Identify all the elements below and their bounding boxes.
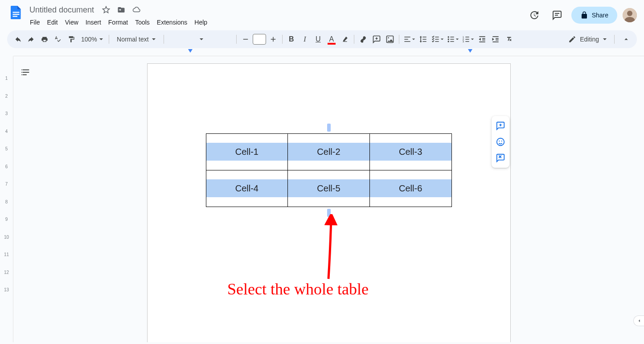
table-cell[interactable]: Cell-6 [369, 170, 451, 207]
svg-point-10 [21, 70, 22, 70]
table-cell[interactable]: Cell-4 [206, 170, 288, 207]
decrease-indent-button[interactable] [476, 33, 488, 46]
menu-file[interactable]: File [27, 17, 43, 28]
move-icon[interactable] [115, 4, 127, 16]
redo-button[interactable] [25, 33, 37, 46]
font-size-input[interactable] [253, 34, 266, 45]
decrease-font-size-button[interactable] [239, 33, 252, 46]
table-cell[interactable]: Cell-2 [288, 134, 370, 170]
menu-insert[interactable]: Insert [82, 17, 104, 28]
emoji-reaction-button[interactable] [493, 135, 508, 149]
show-side-panel-button[interactable] [633, 315, 644, 326]
star-icon[interactable] [100, 4, 112, 16]
comments-icon[interactable] [548, 6, 566, 24]
table-row[interactable]: Cell-4 Cell-5 Cell-6 [206, 170, 451, 207]
chevron-down-icon [440, 37, 444, 41]
document-table[interactable]: Cell-1 Cell-2 Cell-3 Cell-4 Cell-5 Cell-… [206, 133, 452, 207]
right-indent-marker[interactable] [468, 49, 472, 53]
add-comment-button[interactable] [370, 33, 383, 46]
share-button[interactable]: Share [571, 7, 617, 24]
increase-font-size-button[interactable] [267, 33, 279, 46]
svg-point-6 [447, 41, 449, 42]
svg-point-1 [627, 11, 632, 16]
suggest-edits-button[interactable] [493, 151, 508, 165]
table-cell[interactable]: Cell-5 [288, 170, 370, 207]
italic-button[interactable]: I [299, 33, 311, 46]
svg-point-4 [447, 36, 449, 37]
clear-formatting-button[interactable] [503, 33, 515, 46]
print-button[interactable] [38, 33, 51, 46]
menu-extensions[interactable]: Extensions [154, 17, 190, 28]
text-color-button[interactable]: A [325, 33, 338, 46]
toolbar: 100% Normal text B I U A 123 Editing [7, 30, 637, 48]
table-cell[interactable]: Cell-1 [206, 134, 288, 170]
svg-point-13 [497, 138, 505, 146]
svg-point-12 [21, 75, 22, 75]
insert-link-button[interactable] [357, 33, 369, 46]
increase-indent-button[interactable] [489, 33, 502, 46]
numbered-list-button[interactable]: 123 [461, 33, 475, 46]
toolbar-container: 100% Normal text B I U A 123 Editing [0, 30, 644, 48]
svg-point-14 [499, 141, 500, 141]
vertical-ruler[interactable]: 12345678910111213 [0, 56, 13, 342]
menu-help[interactable]: Help [191, 17, 210, 28]
table-drag-handle-top[interactable] [327, 124, 331, 132]
align-button[interactable] [402, 33, 416, 46]
editing-mode-button[interactable]: Editing [564, 33, 611, 46]
document-canvas[interactable]: Cell-1 Cell-2 Cell-3 Cell-4 Cell-5 Cell-… [13, 56, 644, 342]
cloud-status-icon[interactable] [131, 4, 142, 16]
paint-format-button[interactable] [65, 33, 78, 46]
menu-tools[interactable]: Tools [132, 17, 153, 28]
chevron-down-icon [412, 37, 415, 41]
document-page[interactable]: Cell-1 Cell-2 Cell-3 Cell-4 Cell-5 Cell-… [147, 63, 511, 342]
checklist-button[interactable] [431, 33, 445, 46]
pencil-icon [568, 35, 576, 43]
svg-point-15 [501, 141, 502, 141]
contextual-toolbar [492, 116, 509, 168]
docs-logo[interactable] [7, 4, 25, 21]
menu-bar: File Edit View Insert Format Tools Exten… [27, 16, 525, 29]
zoom-selector[interactable]: 100% [78, 33, 106, 46]
show-outline-button[interactable] [19, 65, 33, 79]
svg-point-11 [21, 72, 22, 73]
menu-view[interactable]: View [62, 17, 82, 28]
document-title[interactable]: Untitled document [27, 4, 97, 16]
font-selector[interactable] [167, 33, 234, 46]
chevron-down-icon [603, 37, 607, 41]
share-label: Share [592, 12, 608, 19]
chevron-down-icon [152, 37, 156, 41]
title-area: Untitled document File Edit View Insert … [27, 4, 525, 29]
highlight-color-button[interactable] [339, 33, 351, 46]
bold-button[interactable]: B [285, 33, 298, 46]
paragraph-style-selector[interactable]: Normal text [112, 33, 161, 46]
annotation-arrow [322, 214, 340, 281]
underline-button[interactable]: U [312, 33, 324, 46]
chevron-down-icon [99, 37, 103, 41]
header-right: Share [525, 4, 637, 24]
account-avatar[interactable] [623, 8, 637, 22]
table-row[interactable]: Cell-1 Cell-2 Cell-3 [206, 134, 451, 170]
line-spacing-button[interactable] [417, 33, 430, 46]
lock-icon [580, 11, 588, 19]
chevron-down-icon [455, 37, 459, 41]
svg-point-3 [388, 37, 389, 38]
insert-image-button[interactable] [384, 33, 396, 46]
collapse-toolbar-button[interactable] [620, 33, 632, 46]
history-icon[interactable] [525, 6, 543, 24]
spellcheck-button[interactable] [52, 33, 64, 46]
menu-format[interactable]: Format [105, 17, 131, 28]
left-indent-marker[interactable] [188, 49, 193, 53]
bulleted-list-button[interactable] [446, 33, 460, 46]
app-header: Untitled document File Edit View Insert … [0, 0, 644, 29]
undo-button[interactable] [12, 33, 24, 46]
chevron-down-icon [199, 37, 204, 41]
svg-text:3: 3 [462, 40, 464, 43]
table-cell[interactable]: Cell-3 [369, 134, 451, 170]
svg-point-5 [447, 38, 449, 40]
menu-edit[interactable]: Edit [44, 17, 61, 28]
add-comment-side-button[interactable] [493, 119, 508, 133]
horizontal-ruler[interactable] [0, 49, 644, 56]
chevron-down-icon [471, 37, 474, 41]
